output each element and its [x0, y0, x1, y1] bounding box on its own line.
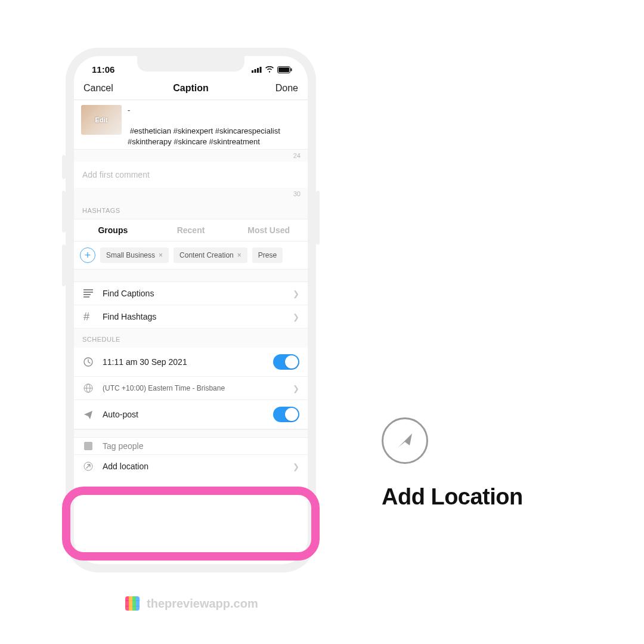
preview-app-logo [125, 596, 140, 611]
callout: Add Location [382, 417, 523, 510]
hashtags-section-label: HASHTAGS [74, 200, 308, 219]
chip-label: Prese [258, 251, 277, 259]
row-label: Auto-post [103, 410, 265, 419]
phone-button [316, 191, 320, 244]
chevron-right-icon: ❯ [293, 384, 299, 393]
chip-label: Small Business [106, 251, 155, 259]
hashtag-icon: # [82, 312, 94, 321]
svg-rect-9 [83, 294, 91, 295]
globe-icon [82, 383, 94, 393]
phone-button [62, 191, 66, 233]
tag-people-row[interactable]: Tag people [74, 438, 308, 455]
tag-people-icon [82, 441, 94, 451]
callout-title: Add Location [382, 484, 523, 510]
phone-button [62, 155, 66, 179]
svg-rect-16 [84, 442, 92, 450]
location-arrow-icon [382, 417, 428, 464]
caption-text[interactable]: - #esthetician #skinexpert #skincarespec… [128, 105, 301, 147]
svg-rect-1 [255, 69, 256, 73]
add-location-row[interactable]: Add location ❯ [74, 455, 308, 478]
caption-editor[interactable]: Edit - #esthetician #skinexpert #skincar… [74, 100, 308, 150]
tab-groups[interactable]: Groups [74, 219, 152, 241]
phone-button [62, 244, 66, 286]
row-label: (UTC +10:00) Eastern Time - Brisbane [103, 384, 284, 392]
battery-icon [277, 66, 292, 73]
schedule-toggle[interactable] [273, 354, 299, 370]
chevron-right-icon: ❯ [293, 289, 299, 298]
signal-icon [252, 66, 262, 73]
row-label: Find Hashtags [103, 312, 284, 321]
status-icons [252, 66, 292, 73]
find-captions-row[interactable]: Find Captions ❯ [74, 282, 308, 305]
chip-label: Content Creation [179, 251, 234, 259]
page-title: Caption [173, 83, 209, 94]
svg-rect-6 [291, 68, 292, 71]
edit-thumbnail-label: Edit [95, 116, 108, 123]
timezone-row[interactable]: (UTC +10:00) Eastern Time - Brisbane ❯ [74, 377, 308, 400]
chevron-right-icon: ❯ [293, 462, 299, 471]
cancel-button[interactable]: Cancel [83, 83, 119, 94]
schedule-datetime-row[interactable]: 11:11 am 30 Sep 2021 [74, 348, 308, 377]
tab-most-used[interactable]: Most Used [230, 219, 308, 241]
schedule-section-label: SCHEDULE [74, 329, 308, 348]
send-icon [82, 410, 94, 419]
add-group-button[interactable]: + [80, 247, 95, 263]
watermark: thepreviewapp.com [125, 596, 258, 611]
chip-remove-icon[interactable]: × [159, 251, 163, 259]
svg-rect-5 [278, 67, 289, 72]
hashtag-tabs: Groups Recent Most Used [74, 219, 308, 242]
section-gap [74, 429, 308, 438]
hashtag-group-chip[interactable]: Small Business × [100, 247, 169, 263]
svg-rect-8 [83, 292, 93, 293]
phone-notch [137, 56, 244, 72]
caption-count: 24 [74, 150, 308, 162]
svg-rect-0 [252, 70, 253, 73]
post-thumbnail[interactable]: Edit [81, 105, 122, 135]
row-label: Add location [103, 462, 284, 471]
text-lines-icon [82, 289, 94, 298]
svg-text:#: # [83, 312, 89, 321]
svg-rect-3 [260, 67, 262, 73]
svg-rect-2 [257, 68, 259, 73]
svg-rect-7 [83, 289, 93, 290]
chip-remove-icon[interactable]: × [237, 251, 242, 259]
svg-rect-10 [83, 296, 89, 298]
clock-icon [82, 357, 94, 367]
section-gap [74, 269, 308, 282]
status-time: 11:06 [92, 64, 114, 75]
done-button[interactable]: Done [262, 83, 298, 94]
row-label: Tag people [103, 441, 299, 451]
navbar: Cancel Caption Done [74, 77, 308, 100]
autopost-toggle[interactable] [273, 407, 299, 422]
row-label: 11:11 am 30 Sep 2021 [103, 357, 265, 367]
find-hashtags-row[interactable]: # Find Hashtags ❯ [74, 305, 308, 329]
phone-frame: 11:06 Cancel Caption Done Edit - #esthet… [66, 48, 316, 572]
hashtag-group-chip[interactable]: Content Creation × [174, 247, 247, 263]
tab-recent[interactable]: Recent [152, 219, 230, 241]
wifi-icon [265, 66, 274, 73]
chevron-right-icon: ❯ [293, 312, 299, 321]
location-arrow-icon [82, 462, 94, 471]
hashtag-group-chip[interactable]: Prese [252, 247, 283, 263]
row-label: Find Captions [103, 289, 284, 298]
auto-post-row[interactable]: Auto-post [74, 400, 308, 429]
first-comment-count: 30 [74, 188, 308, 200]
phone-screen: 11:06 Cancel Caption Done Edit - #esthet… [74, 56, 308, 564]
first-comment-input[interactable]: Add first comment [74, 162, 308, 188]
hashtag-groups-row: + Small Business × Content Creation × Pr… [74, 242, 308, 269]
watermark-text: thepreviewapp.com [147, 597, 258, 611]
